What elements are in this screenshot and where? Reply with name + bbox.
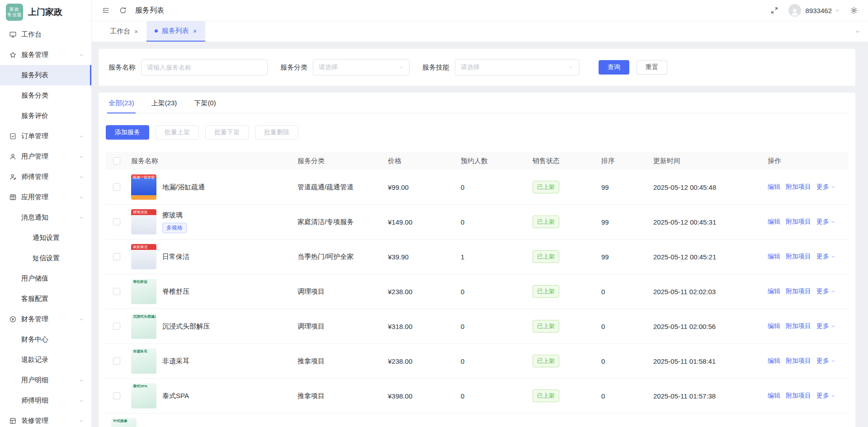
sidebar-item-refund-records[interactable]: 退款记录 <box>0 350 91 370</box>
edit-link[interactable]: 编辑 <box>768 218 780 226</box>
filter-category-label: 服务分类 <box>280 63 307 72</box>
status-badge: 已上架 <box>533 181 559 193</box>
sidebar-item-customer-service-config[interactable]: 客服配置 <box>0 289 91 309</box>
reset-button[interactable]: 重置 <box>637 60 667 75</box>
row-checkbox[interactable] <box>113 323 120 330</box>
tabbar-chevron-down-icon[interactable] <box>854 21 861 42</box>
service-name-cell: 脊柱舒压 脊椎舒压 <box>126 279 297 304</box>
close-icon[interactable]: × <box>134 28 138 35</box>
sidebar-item-service-review[interactable]: 服务评价 <box>0 106 91 126</box>
username[interactable]: 8933462 <box>806 7 832 14</box>
sidebar-item-user-stored-value[interactable]: 用户储值 <box>0 268 91 289</box>
select-all-checkbox[interactable] <box>113 157 120 164</box>
edit-link[interactable]: 编辑 <box>768 392 780 400</box>
edit-link[interactable]: 编辑 <box>768 357 780 365</box>
sidebar-item-order-mgmt[interactable]: 订单管理 <box>0 126 91 146</box>
tab-workbench[interactable]: 工作台 × <box>102 21 146 42</box>
row-checkbox[interactable] <box>113 288 120 295</box>
addon-link[interactable]: 附加项目 <box>786 183 811 191</box>
sidebar-item-workbench[interactable]: 工作台 <box>0 24 91 45</box>
more-link[interactable]: 更多 <box>816 183 836 191</box>
table-card: 全部(23) 上架(23) 下架(0) 添加服务 批量上架 批量下架 批量删除 … <box>99 93 855 427</box>
more-link[interactable]: 更多 <box>816 287 836 296</box>
tab-on-shelf[interactable]: 上架(23) <box>151 99 177 113</box>
tab-off-shelf[interactable]: 下架(0) <box>194 99 216 113</box>
more-link[interactable]: 更多 <box>816 392 836 400</box>
more-link[interactable]: 更多 <box>816 322 836 330</box>
updated-time: 2025-05-12 00:45:48 <box>653 183 768 191</box>
row-checkbox[interactable] <box>113 392 120 399</box>
skill-select[interactable]: 请选择 <box>455 59 580 75</box>
table-row: 疏通一切水管 地漏/浴缸疏通 管道疏通/疏通管道 ¥99.00 0 已上架 99… <box>106 170 848 205</box>
main-area: 服务列表 8933462 工作台 × 服务列表 × 服务名 <box>92 0 868 427</box>
status-badge: 已上架 <box>533 389 559 402</box>
edit-link[interactable]: 编辑 <box>768 287 780 296</box>
addon-link[interactable]: 附加项目 <box>786 392 811 400</box>
add-service-button[interactable]: 添加服务 <box>106 125 149 140</box>
tab-service-list[interactable]: 服务列表 × <box>146 21 205 42</box>
sidebar-item-finance-mgmt[interactable]: 财务管理 <box>0 309 91 329</box>
chevron-icon <box>79 174 84 180</box>
addon-link[interactable]: 附加项目 <box>786 322 811 330</box>
sidebar-item-master-details[interactable]: 师傅明细 <box>0 390 91 411</box>
service-name: 脊椎舒压 <box>162 287 189 296</box>
addon-link[interactable]: 附加项目 <box>786 357 811 365</box>
service-name: 沉浸式头部解压 <box>162 322 210 331</box>
row-checkbox[interactable] <box>113 183 120 191</box>
sidebar-item-decoration-mgmt[interactable]: 装修管理 <box>0 411 91 427</box>
addon-link[interactable]: 附加项目 <box>786 218 811 226</box>
avatar[interactable] <box>788 4 801 17</box>
table-row: 沉浸式头部减压 沉浸式头部解压 调理项目 ¥318.00 0 已上架 0 202… <box>106 309 848 344</box>
row-actions: 编辑 附加项目 更多 <box>768 287 848 296</box>
refresh-icon[interactable] <box>119 6 127 14</box>
sidebar-item-master-mgmt[interactable]: 师傅管理 <box>0 167 91 187</box>
more-link[interactable]: 更多 <box>816 253 836 261</box>
tab-all[interactable]: 全部(23) <box>108 99 134 113</box>
gear-icon[interactable] <box>850 6 858 14</box>
sidebar-item-service-list[interactable]: 服务列表 <box>0 65 91 85</box>
sidebar-item-service-category[interactable]: 服务分类 <box>0 85 91 106</box>
close-icon[interactable]: × <box>193 28 197 34</box>
sidebar-item-app-mgmt[interactable]: 应用管理 <box>0 187 91 207</box>
status-tabs: 全部(23) 上架(23) 下架(0) <box>106 93 848 113</box>
active-tab-dot <box>155 29 158 33</box>
service-thumbnail: 沉浸式头部减压 <box>131 314 156 339</box>
user-icon <box>9 153 17 160</box>
service-name-input[interactable] <box>141 59 268 75</box>
sidebar-item-service-mgmt[interactable]: 服务管理 <box>0 45 91 65</box>
sidebar-item-sms-settings[interactable]: 短信设置 <box>0 248 91 268</box>
order-icon <box>9 132 17 140</box>
category-select[interactable]: 请选择 <box>313 59 410 75</box>
row-checkbox[interactable] <box>113 357 120 365</box>
more-link[interactable]: 更多 <box>816 218 836 226</box>
content: 服务名称 服务分类 请选择 服务技能 请选择 查询 重置 <box>92 42 868 427</box>
sidebar-item-message-notify[interactable]: 消息通知 <box>0 207 91 228</box>
row-checkbox[interactable] <box>113 218 120 225</box>
edit-link[interactable]: 编辑 <box>768 183 780 191</box>
sidebar-item-user-details[interactable]: 用户明细 <box>0 370 91 390</box>
row-actions: 编辑 附加项目 更多 <box>768 183 848 191</box>
brand: 家政 专业版 上门家政 <box>0 0 91 24</box>
user-chevron-down-icon[interactable] <box>835 8 840 13</box>
chevron-down-icon <box>830 184 836 190</box>
more-link[interactable]: 更多 <box>816 357 836 365</box>
batch-off-shelf-button[interactable]: 批量下架 <box>205 125 249 140</box>
sidebar-item-finance-center[interactable]: 财务中心 <box>0 329 91 350</box>
batch-on-shelf-button[interactable]: 批量上架 <box>156 125 199 140</box>
finance-icon <box>9 315 17 323</box>
sidebar-fold-icon[interactable] <box>102 6 110 14</box>
search-button[interactable]: 查询 <box>599 60 629 75</box>
updated-time: 2025-05-12 00:45:21 <box>653 253 768 261</box>
sidebar-nav: 工作台 服务管理 服务列表 服务分类 服务评价 订单管理 用户管理 师傅管理 应… <box>0 24 91 427</box>
edit-link[interactable]: 编辑 <box>768 253 780 261</box>
sidebar-item-notify-settings[interactable]: 通知设置 <box>0 228 91 248</box>
addon-link[interactable]: 附加项目 <box>786 287 811 296</box>
fullscreen-icon[interactable] <box>770 6 778 14</box>
booking-count: 0 <box>461 218 533 226</box>
row-checkbox[interactable] <box>113 253 120 260</box>
sidebar-item-user-mgmt[interactable]: 用户管理 <box>0 146 91 167</box>
batch-delete-button[interactable]: 批量删除 <box>255 125 298 140</box>
addon-link[interactable]: 附加项目 <box>786 253 811 261</box>
edit-link[interactable]: 编辑 <box>768 322 780 330</box>
chevron-down-icon <box>830 254 836 259</box>
